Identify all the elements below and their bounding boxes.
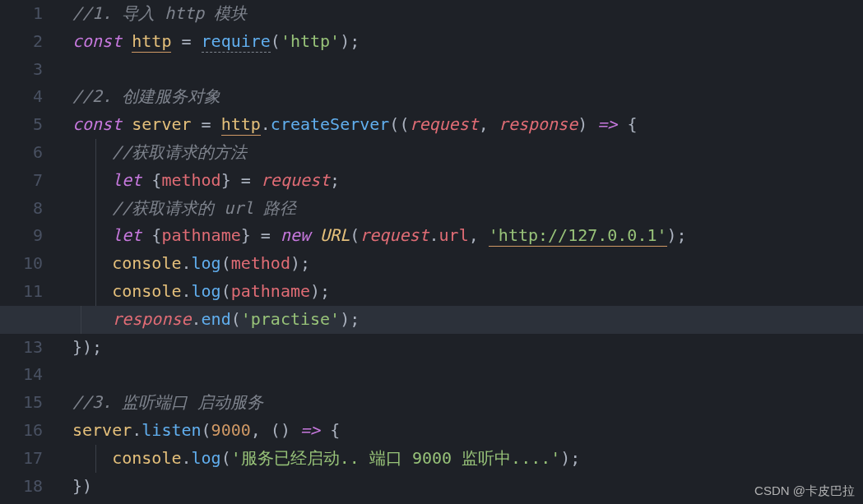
indent-guide — [95, 195, 96, 223]
indent-guide — [95, 139, 96, 167]
code-line[interactable]: console.log('服务已经启动.. 端口 9000 监听中....'); — [72, 445, 863, 473]
indent-guide — [81, 306, 81, 334]
code-line[interactable]: //3. 监听端口 启动服务 — [72, 389, 863, 417]
code-line[interactable]: //1. 导入 http 模块 — [72, 0, 863, 28]
watermark-text: CSDN @卡皮巴拉 — [754, 483, 855, 499]
code-line[interactable]: server.listen(9000, () => { — [72, 417, 863, 445]
code-line-active[interactable]: response.end('practise'); — [58, 306, 863, 334]
line-number: 2 — [0, 28, 58, 56]
code-line[interactable]: //获取请求的 url 路径 — [72, 195, 863, 223]
code-line[interactable]: console.log(pathname); — [72, 278, 863, 306]
code-line[interactable]: const server = http.createServer((reques… — [72, 111, 863, 139]
line-number: 16 — [0, 417, 58, 445]
line-number: 3 — [0, 56, 58, 84]
line-number: 18 — [0, 473, 58, 501]
line-number: 14 — [0, 361, 58, 389]
line-number: 4 — [0, 83, 58, 111]
code-line[interactable]: const http = require('http'); — [72, 28, 863, 56]
line-number: 6 — [0, 139, 58, 167]
code-line[interactable]: let {method} = request; — [72, 167, 863, 195]
code-line[interactable]: }); — [72, 334, 863, 362]
line-number: 10 — [0, 250, 58, 278]
indent-guide — [95, 167, 96, 195]
line-number: 7 — [0, 167, 58, 195]
line-number: 11 — [0, 278, 58, 306]
indent-guide — [95, 222, 96, 250]
indent-guide — [95, 250, 96, 278]
indent-guide — [95, 445, 96, 473]
code-line[interactable]: //2. 创建服务对象 — [72, 83, 863, 111]
line-number: 8 — [0, 195, 58, 223]
code-line[interactable]: //获取请求的方法 — [72, 139, 863, 167]
code-line[interactable]: let {pathname} = new URL(request.url, 'h… — [72, 222, 863, 250]
line-number: 1 — [0, 0, 58, 28]
indent-guide — [95, 278, 96, 306]
code-line[interactable]: }) — [72, 473, 863, 501]
line-number: 15 — [0, 389, 58, 417]
code-area[interactable]: //1. 导入 http 模块 const http = require('ht… — [58, 0, 863, 504]
line-number: 9 — [0, 222, 58, 250]
line-number: 5 — [0, 111, 58, 139]
line-number: 13 — [0, 334, 58, 362]
line-number: 17 — [0, 445, 58, 473]
code-line[interactable]: console.log(method); — [72, 250, 863, 278]
code-editor[interactable]: 1 2 3 4 5 6 7 8 9 10 11 12 13 14 15 16 1… — [0, 0, 863, 504]
code-line[interactable] — [72, 361, 863, 389]
line-number-gutter: 1 2 3 4 5 6 7 8 9 10 11 12 13 14 15 16 1… — [0, 0, 58, 504]
code-line[interactable] — [72, 56, 863, 84]
